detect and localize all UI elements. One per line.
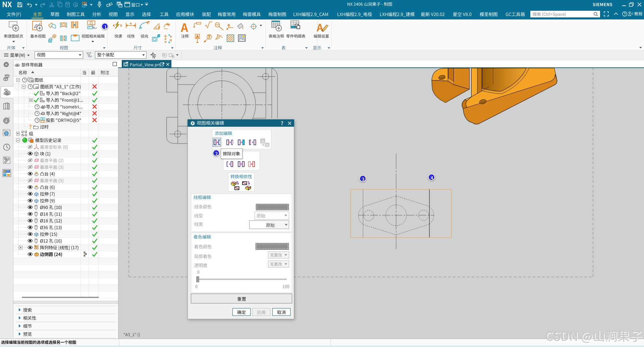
svg-text:i: i [6,118,7,123]
svg-text:A: A [196,35,199,39]
svg-text:7: 7 [208,35,210,39]
svg-text:c: c [168,23,170,26]
svg-text:Ø: Ø [157,34,160,38]
svg-text:R: R [148,20,150,24]
